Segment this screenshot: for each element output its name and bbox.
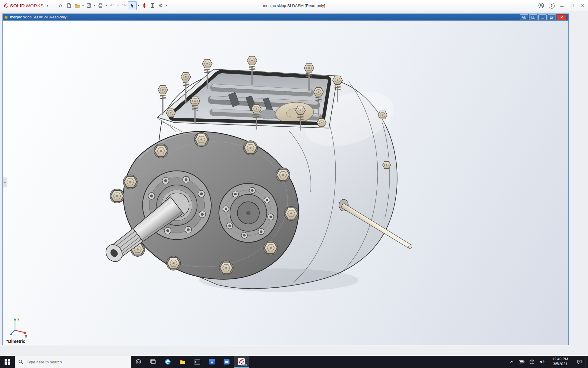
login-button[interactable] xyxy=(536,0,546,11)
close-icon xyxy=(581,4,585,7)
network-tray-button[interactable] xyxy=(527,356,537,368)
select-tool-button[interactable] xyxy=(128,1,137,10)
print-icon xyxy=(98,3,103,8)
options-button[interactable]: ⚙ xyxy=(157,2,165,10)
app-titlebar: SOLIDWORKS ▸ ⌂ ▾ ▾ ▾ ↶ ▾ ↷ xyxy=(0,0,588,11)
panel-collapse-tab[interactable]: ◂ xyxy=(3,178,7,187)
cortana-button[interactable] xyxy=(131,356,146,368)
undo-caret-icon[interactable]: ▾ xyxy=(116,4,119,7)
document-window-controls xyxy=(520,14,567,20)
app-close-button[interactable] xyxy=(578,0,588,11)
window-split-icon xyxy=(531,16,535,19)
open-button[interactable] xyxy=(73,2,81,10)
help-icon: ? xyxy=(549,3,555,9)
doc-close-button[interactable] xyxy=(557,14,567,20)
cortana-icon xyxy=(135,359,141,365)
document-title: menjac sklop.SLDASM [Read-only] xyxy=(10,15,67,19)
new-document-button[interactable] xyxy=(65,2,73,10)
taskbar-search[interactable] xyxy=(15,356,131,368)
app-window-button-1[interactable] xyxy=(205,356,219,368)
app-window-button-2[interactable] xyxy=(219,356,234,368)
red-tool-button[interactable] xyxy=(140,2,148,10)
doc-close-icon xyxy=(560,16,564,19)
action-center-button[interactable] xyxy=(573,356,586,368)
search-input[interactable] xyxy=(26,359,127,365)
window-pane-button-2[interactable] xyxy=(529,14,537,20)
app-window-title: menjac sklop.SLDASM [Read-only] xyxy=(263,3,325,8)
terminal-button[interactable] xyxy=(190,356,205,368)
chevron-up-icon xyxy=(509,359,514,364)
save-icon xyxy=(86,3,92,8)
doc-restore-button[interactable] xyxy=(548,14,556,20)
taskbar-empty-area xyxy=(249,356,507,368)
options-caret-icon[interactable]: ▾ xyxy=(165,4,168,7)
task-view-icon xyxy=(150,359,156,365)
help-button[interactable]: ? xyxy=(546,0,557,11)
y-axis-icon xyxy=(14,318,16,320)
edge-button[interactable] xyxy=(160,356,175,368)
document-window: menjac sklop.SLDASM [Read-only] xyxy=(2,13,569,345)
brand-text-bold: SOLID xyxy=(10,3,25,8)
file-explorer-button[interactable] xyxy=(175,356,190,368)
select-cursor-icon xyxy=(130,3,135,8)
doc-minimize-button[interactable] xyxy=(538,14,547,20)
app-window-icon-2 xyxy=(223,359,230,365)
app-minimize-button[interactable] xyxy=(557,0,567,11)
assembly-file-icon xyxy=(4,15,8,19)
new-document-icon xyxy=(66,3,72,8)
home-button[interactable]: ⌂ xyxy=(57,2,65,10)
top-cover-assembly[interactable] xyxy=(158,56,343,130)
select-caret-icon[interactable]: ▾ xyxy=(137,4,140,7)
open-caret-icon[interactable]: ▾ xyxy=(81,4,85,7)
gear-icon: ⚙ xyxy=(158,3,163,8)
taskbar-clock[interactable]: 12:49 PM 3/5/2021 xyxy=(547,356,573,368)
save-button[interactable] xyxy=(85,2,93,10)
window-pane-button-1[interactable] xyxy=(520,14,528,20)
window-pane-icon xyxy=(522,16,526,19)
minimize-icon xyxy=(560,4,564,7)
app-maximize-button[interactable] xyxy=(567,0,578,11)
document-list-icon xyxy=(150,3,155,8)
undo-icon: ↶ xyxy=(110,3,114,8)
doc-restore-icon xyxy=(550,16,554,19)
right-bearing-hub[interactable] xyxy=(219,183,278,242)
windows-logo-icon xyxy=(5,359,10,365)
doc-minimize-icon xyxy=(541,16,544,19)
undo-button[interactable]: ↶ xyxy=(108,2,116,10)
show-desktop-button[interactable] xyxy=(586,356,588,368)
save-caret-icon[interactable]: ▾ xyxy=(93,4,96,7)
open-folder-icon xyxy=(74,3,80,8)
file-explorer-icon xyxy=(179,359,186,365)
print-button[interactable] xyxy=(96,2,104,10)
solidworks-taskbar-button[interactable]: 2021 xyxy=(234,356,249,368)
print-caret-icon[interactable]: ▾ xyxy=(105,4,108,7)
battery-tray-button[interactable] xyxy=(517,356,527,368)
clock-date: 3/5/2021 xyxy=(553,362,567,367)
viewport-3d[interactable]: ◂ Y X *Dimetric xyxy=(3,21,568,345)
redo-icon: ↷ xyxy=(122,3,126,8)
brand-text-light: WORKS xyxy=(26,3,44,8)
orientation-triad[interactable]: Y X xyxy=(7,316,30,339)
solidworks-year-badge: 2021 xyxy=(241,363,247,366)
network-icon xyxy=(529,359,535,365)
gearbox-model[interactable] xyxy=(3,21,568,345)
task-view-button[interactable] xyxy=(146,356,160,368)
taskbar: 2021 12:49 PM 3/5/2021 xyxy=(0,356,588,368)
action-center-icon xyxy=(577,359,582,365)
mdi-workspace: menjac sklop.SLDASM [Read-only] xyxy=(0,11,588,356)
start-button[interactable] xyxy=(0,356,15,368)
volume-tray-button[interactable] xyxy=(537,356,547,368)
solidworks-logo: SOLIDWORKS ▸ xyxy=(0,2,49,9)
screen: SOLIDWORKS ▸ ⌂ ▾ ▾ ▾ ↶ ▾ ↷ xyxy=(0,0,588,368)
tray-chevron-button[interactable] xyxy=(507,356,517,368)
toolbar-flyout-icon[interactable]: ▸ xyxy=(47,4,49,8)
app-window-controls: ? xyxy=(536,0,588,11)
document-properties-button[interactable] xyxy=(149,2,156,10)
search-icon xyxy=(18,359,23,364)
redo-button[interactable]: ↷ xyxy=(120,2,128,10)
document-titlebar[interactable]: menjac sklop.SLDASM [Read-only] xyxy=(3,14,568,21)
app-window-icon-1 xyxy=(209,359,215,365)
ds-logo-icon xyxy=(3,2,9,9)
edge-icon xyxy=(164,358,171,365)
maximize-icon xyxy=(571,4,574,7)
